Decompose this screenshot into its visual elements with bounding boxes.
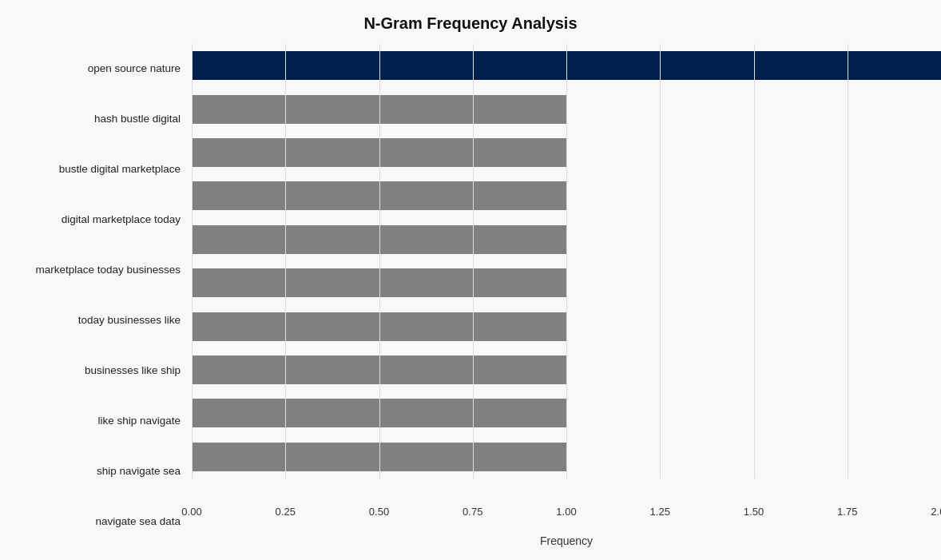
y-label: open source nature (0, 46, 185, 92)
y-label: digital marketplace today (0, 197, 185, 243)
grid-line (285, 44, 286, 479)
y-label: like ship navigate (0, 399, 185, 444)
x-tick-label: 0.00 (181, 506, 201, 518)
x-tick-label: 2.00 (931, 506, 941, 518)
chart-container: N-Gram Frequency Analysis open source na… (0, 0, 941, 560)
grid-line (192, 44, 193, 479)
y-label: ship navigate sea (0, 449, 185, 494)
chart-title: N-Gram Frequency Analysis (0, 14, 941, 33)
x-tick-label: 1.25 (650, 506, 670, 518)
grid-line (754, 44, 755, 479)
bars-and-axes: 0.000.250.500.751.001.251.501.752.00 Fre… (192, 44, 941, 547)
y-label: today businesses like (0, 298, 185, 344)
x-axis-title: Frequency (192, 534, 941, 547)
grid-line (848, 44, 848, 479)
y-labels: open source naturehash bustle digitalbus… (0, 44, 192, 547)
y-label: bustle digital marketplace (0, 147, 185, 193)
x-tick-label: 1.50 (744, 506, 764, 518)
x-tick-label: 1.00 (556, 506, 576, 518)
grid-line (566, 44, 567, 479)
grid-and-bars (192, 44, 941, 501)
chart-area: open source naturehash bustle digitalbus… (0, 44, 941, 547)
x-tick-label: 0.50 (369, 506, 389, 518)
x-tick-label: 0.75 (463, 506, 482, 518)
y-label: marketplace today businesses (0, 248, 185, 293)
grid-line (660, 44, 661, 479)
y-label: navigate sea data (0, 499, 185, 545)
x-tick-label: 0.25 (276, 506, 296, 518)
y-label: businesses like ship (0, 348, 185, 394)
x-tick-label: 1.75 (837, 506, 857, 518)
y-label: hash bustle digital (0, 97, 185, 142)
grid-line (379, 44, 380, 479)
x-axis-labels: 0.000.250.500.751.001.251.501.752.00 (192, 501, 941, 533)
grid-line (473, 44, 474, 479)
